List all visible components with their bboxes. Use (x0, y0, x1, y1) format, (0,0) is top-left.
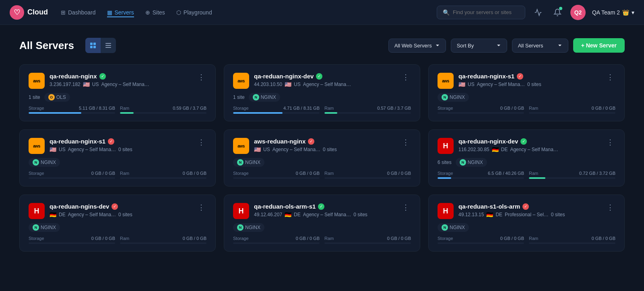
country-flag: 🇺🇸 (285, 81, 291, 88)
card-name-row: qa-reduan-nginx-dev ✓ (458, 138, 605, 145)
list-view-button[interactable] (101, 38, 116, 53)
storage-fill (29, 112, 81, 114)
provider-logo: aws (29, 138, 45, 154)
notification-icon[interactable] (551, 6, 564, 19)
status-indicator: ✓ (318, 203, 324, 210)
sort-by-dropdown[interactable]: Sort By (451, 39, 507, 53)
activity-icon[interactable] (532, 6, 545, 19)
ram-value: 0.59 GB / 3.7 GB (173, 106, 206, 111)
server-card[interactable]: aws qa-reduan-nginx-s1 ✓ 🇺🇸 US Agency – … (428, 64, 625, 121)
storage-fill (233, 112, 283, 114)
server-card[interactable]: aws qa-reduan-nginx-dev ✓ 44.203.10.50 🇺… (224, 64, 420, 121)
status-indicator: ✓ (316, 73, 322, 80)
card-menu-button[interactable]: ⋮ (400, 73, 411, 82)
server-card[interactable]: H qa-reduan-nginx-dev ✓ 116.202.30.85 🇩🇪… (428, 129, 625, 186)
server-card[interactable]: aws qa-reduan-nginx-s1 ✓ 🇺🇸 US Agency – … (19, 129, 216, 186)
card-name-row: qa-reduan-nginx ✓ (50, 73, 196, 80)
engine-icon: N (237, 224, 244, 231)
storage-value: 0 GB / 0 GB (296, 236, 320, 241)
country-code: US (468, 82, 475, 87)
logo-icon: ♡ (10, 5, 24, 20)
card-menu-button[interactable]: ⋮ (400, 203, 411, 212)
ram-value: 0 GB / 0 GB (592, 236, 615, 241)
card-menu-button[interactable]: ⋮ (196, 203, 206, 212)
avatar: Q2 (570, 5, 586, 20)
card-menu-button[interactable]: ⋮ (605, 203, 615, 212)
server-card[interactable]: aws aws-reduan-nginx ✓ 🇺🇸 US Agency – Se… (224, 129, 420, 186)
card-header: aws qa-reduan-nginx-s1 ✓ 🇺🇸 US Agency – … (29, 138, 206, 154)
search-box[interactable]: 🔍 (437, 6, 525, 19)
card-meta: 3.236.197.182 🇺🇸 US Agency – Self Mana… (50, 81, 196, 88)
card-menu-button[interactable]: ⋮ (400, 138, 411, 147)
ram-stat: Ram 0 GB / 0 GB (120, 236, 206, 244)
stats-row: Storage 0 GB / 0 GB Ram 0 GB / 0 GB (438, 236, 615, 244)
grid-view-button[interactable] (85, 38, 101, 53)
storage-fill (438, 177, 451, 179)
search-input[interactable] (453, 9, 519, 15)
engine-tag: N NGINX (233, 158, 264, 167)
card-tags: N NGINX (438, 93, 615, 102)
country-flag: 🇩🇪 (486, 211, 493, 218)
ram-bar (120, 112, 206, 114)
card-tags: N NGINX (438, 223, 615, 232)
servers-icon: ▦ (107, 9, 112, 16)
site-count: 1 site (29, 94, 40, 100)
ram-stat: Ram 0.72 GB / 3.72 GB (529, 171, 615, 179)
nav-dashboard[interactable]: ⊞ Dashboard (61, 8, 96, 17)
engine-label: NGINX (450, 94, 465, 100)
storage-label: Storage (233, 236, 249, 241)
nav-playground[interactable]: ⬡ Playground (176, 8, 212, 17)
status-indicator: ✓ (108, 138, 114, 145)
card-info: qa-reduan-nginx ✓ 3.236.197.182 🇺🇸 US Ag… (50, 73, 196, 88)
engine-icon: O (48, 94, 55, 100)
storage-stat: Storage 0 GB / 0 GB (438, 236, 524, 244)
card-meta: 49.12.46.207 🇩🇪 DE Agency – Self Mana… 0… (254, 211, 400, 218)
storage-bar (233, 242, 320, 244)
engine-label: NGINX (261, 94, 276, 100)
storage-label: Storage (233, 171, 249, 176)
team-selector[interactable]: QA Team 2 👑 ▾ (592, 9, 634, 16)
stats-row: Storage 0 GB / 0 GB Ram 0 GB / 0 GB (233, 236, 411, 244)
country-code: DE (501, 147, 508, 152)
provider-logo: aws (233, 138, 249, 154)
card-name-row: qa-reduan-s1-ols-arm ✓ (458, 203, 605, 210)
server-card[interactable]: H qa-reduan-ols-arm-s1 ✓ 49.12.46.207 🇩🇪… (224, 195, 420, 252)
nav-right: 🔍 Q2 QA Team 2 👑 ▾ (437, 5, 634, 20)
ram-value: 0.57 GB / 3.7 GB (377, 106, 411, 111)
scope-dropdown[interactable]: All Servers (512, 39, 568, 53)
zero-sites: 0 sites (323, 147, 337, 152)
web-servers-filter[interactable]: All Web Servers (388, 39, 446, 53)
logo[interactable]: ♡ Cloud (10, 5, 48, 20)
nav-playground-label: Playground (184, 9, 212, 16)
country-flag: 🇺🇸 (254, 146, 261, 153)
stats-row: Storage 0 GB / 0 GB Ram 0 GB / 0 GB (438, 106, 615, 114)
team-chevron-icon: ▾ (632, 9, 634, 16)
card-menu-button[interactable]: ⋮ (605, 138, 615, 147)
card-menu-button[interactable]: ⋮ (196, 138, 206, 147)
storage-label: Storage (29, 171, 44, 176)
server-card[interactable]: H qa-reduan-ngins-dev ✓ 🇩🇪 DE Agency – S… (19, 195, 216, 252)
server-ip: 44.203.10.50 (254, 82, 282, 87)
server-name: qa-reduan-ngins-dev (50, 203, 109, 210)
svg-rect-2 (90, 46, 93, 48)
storage-bar (29, 242, 115, 244)
nav-sites[interactable]: ⊕ Sites (145, 8, 165, 17)
storage-label: Storage (29, 106, 44, 111)
card-name-row: aws-reduan-nginx ✓ (254, 138, 400, 145)
site-count: 1 site (233, 94, 245, 100)
server-card[interactable]: H qa-reduan-s1-ols-arm ✓ 49.12.13.15 🇩🇪 … (428, 195, 625, 252)
nav-servers[interactable]: ▦ Servers (107, 8, 134, 17)
storage-value: 0 GB / 0 GB (500, 106, 524, 111)
storage-bar (233, 177, 320, 179)
card-tags: 1 site N NGINX (233, 93, 411, 102)
card-menu-button[interactable]: ⋮ (605, 73, 615, 82)
storage-stat: Storage 0 GB / 0 GB (29, 236, 115, 244)
playground-icon: ⬡ (176, 9, 181, 16)
ram-label: Ram (324, 171, 334, 176)
card-menu-button[interactable]: ⋮ (196, 73, 206, 82)
server-card[interactable]: aws qa-reduan-nginx ✓ 3.236.197.182 🇺🇸 U… (19, 64, 216, 121)
server-ip: 3.236.197.182 (50, 82, 80, 87)
stats-row: Storage 4.71 GB / 8.31 GB Ram 0.57 GB / … (233, 106, 411, 114)
card-meta: 🇺🇸 US Agency – Self Mana… 0 sites (50, 146, 196, 153)
new-server-button[interactable]: + New Server (573, 38, 625, 53)
